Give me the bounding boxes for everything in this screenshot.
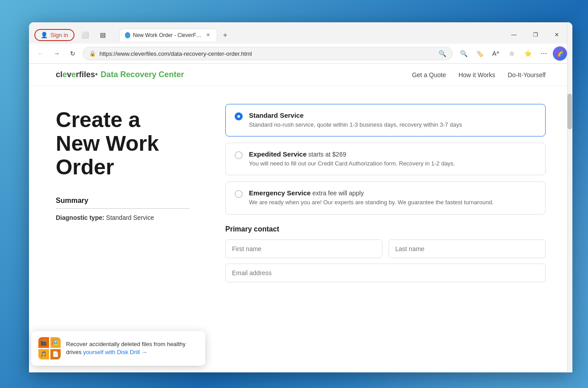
emergency-radio[interactable]: [235, 190, 243, 198]
url-text: https://www.cleverfiles.com/data-recover…: [99, 50, 435, 57]
add-favorites-button[interactable]: ⭐: [521, 46, 535, 61]
maximize-button[interactable]: ❐: [525, 28, 546, 42]
contact-heading: Primary contact: [225, 225, 546, 233]
promo-icon-doc: 📄: [50, 349, 61, 360]
tab-bar: 🌐 New Work Order - CleverFiles Da ✕ +: [114, 29, 500, 41]
expedited-radio[interactable]: [235, 151, 243, 159]
left-panel: Create a New Work Order Summary Diagnost…: [29, 86, 216, 372]
profile-icon: 👤: [41, 32, 48, 38]
forward-button[interactable]: →: [50, 47, 63, 60]
tab-group-button[interactable]: ⬜: [78, 28, 92, 42]
logo-drc: Data Recovery Center: [100, 70, 184, 79]
site-logo: cleverfiles • Data Recovery Center: [56, 70, 184, 79]
promo-icon-photo: 🖼️: [50, 337, 61, 348]
right-panel[interactable]: Standard Service Standard no-rush servic…: [216, 86, 572, 372]
standard-service-card[interactable]: Standard Service Standard no-rush servic…: [225, 104, 546, 136]
promo-app-icon: 🎬 🖼️ 🎵 📄: [38, 337, 61, 359]
close-button[interactable]: ✕: [547, 28, 567, 42]
promo-banner: 🎬 🖼️ 🎵 📄 Recover accidentally deleted fi…: [31, 331, 205, 366]
standard-service-info: Standard Service Standard no-rush servic…: [249, 111, 536, 129]
read-aloud-button[interactable]: Aᴬ: [489, 46, 503, 61]
tab-title: New Work Order - CleverFiles Da: [133, 32, 203, 38]
contact-section: Primary contact: [225, 225, 546, 282]
emergency-service-card[interactable]: Emergency Service extra fee will apply W…: [225, 182, 546, 214]
standard-radio[interactable]: [235, 112, 243, 120]
logo-cleverfiles: cleverfiles: [56, 70, 95, 79]
summary-section: Summary Diagnostic type: Standard Servic…: [56, 197, 190, 221]
diagnostic-value: Standard Service: [106, 214, 154, 221]
site-header: cleverfiles • Data Recovery Center Get a…: [29, 64, 572, 86]
radio-inner: [237, 115, 240, 118]
expedited-service-name: Expedited Service starts at $269: [249, 150, 536, 158]
promo-icon-video: 🎬: [38, 337, 49, 348]
expedited-service-card[interactable]: Expedited Service starts at $269 You wil…: [225, 143, 546, 175]
tab-favicon: 🌐: [125, 32, 130, 38]
site-nav: Get a Quote How it Works Do-It-Yourself: [412, 71, 546, 78]
summary-row: Diagnostic type: Standard Service: [56, 214, 190, 221]
tab-close-button[interactable]: ✕: [205, 32, 211, 39]
expedited-service-desc: You will need to fill out our Credit Car…: [249, 160, 536, 168]
standard-service-desc: Standard no-rush service, quote within 1…: [249, 121, 536, 129]
address-bar: ← → ↻ 🔒 https://www.cleverfiles.com/data…: [29, 44, 572, 64]
summary-heading: Summary: [56, 197, 190, 205]
first-name-input[interactable]: [225, 239, 382, 258]
main-content: Create a New Work Order Summary Diagnost…: [29, 86, 572, 372]
emergency-service-desc: We are ready when you are! Our experts a…: [249, 198, 536, 206]
summary-divider: [56, 208, 190, 209]
toolbar-icons: 🔍 🏷️ Aᴬ ☆ ⭐ ⋯ 🌈: [456, 46, 567, 61]
scrollbar-thumb[interactable]: [567, 94, 572, 129]
last-name-input[interactable]: [389, 239, 546, 258]
reload-button[interactable]: ↻: [66, 47, 79, 60]
promo-link[interactable]: yourself with Disk Drill →: [83, 349, 147, 355]
email-input[interactable]: [225, 264, 546, 282]
minimize-button[interactable]: —: [504, 28, 524, 42]
emergency-service-info: Emergency Service extra fee will apply W…: [249, 189, 536, 206]
new-tab-button[interactable]: +: [219, 29, 232, 41]
browser-window: 👤 Sign in ⬜ ▤ 🌐 New Work Order - CleverF…: [29, 22, 572, 372]
nav-how-it-works[interactable]: How it Works: [459, 71, 495, 78]
promo-text: Recover accidentally deleted files from …: [66, 340, 198, 356]
window-controls: — ❐ ✕: [504, 28, 567, 42]
title-bar: 👤 Sign in ⬜ ▤ 🌐 New Work Order - CleverF…: [29, 22, 572, 44]
service-cards: Standard Service Standard no-rush servic…: [225, 104, 546, 215]
sign-in-button[interactable]: 👤 Sign in: [34, 29, 75, 41]
search-icon: 🔍: [439, 50, 446, 57]
promo-icon-music: 🎵: [38, 349, 49, 360]
nav-get-quote[interactable]: Get a Quote: [412, 71, 446, 78]
favorites-button[interactable]: ☆: [505, 46, 519, 61]
standard-service-name: Standard Service: [249, 111, 536, 119]
name-form-row: [225, 239, 546, 258]
more-button[interactable]: ⋯: [537, 46, 551, 61]
diagnostic-label: Diagnostic type:: [56, 214, 104, 221]
back-button[interactable]: ←: [34, 47, 47, 60]
collections-button[interactable]: 🏷️: [472, 46, 487, 61]
active-tab[interactable]: 🌐 New Work Order - CleverFiles Da ✕: [119, 29, 217, 41]
url-bar[interactable]: 🔒 https://www.cleverfiles.com/data-recov…: [83, 47, 453, 60]
sidebar-toggle-button[interactable]: ▤: [96, 28, 110, 42]
logo-separator: •: [95, 70, 98, 79]
search-toolbar-button[interactable]: 🔍: [456, 46, 471, 61]
nav-diy[interactable]: Do-It-Yourself: [508, 71, 546, 78]
emergency-service-name: Emergency Service extra fee will apply: [249, 189, 536, 197]
sign-in-label: Sign in: [50, 32, 68, 38]
browser-scrollbar[interactable]: [567, 22, 572, 372]
page-title: Create a New Work Order: [56, 108, 190, 179]
page-content: cleverfiles • Data Recovery Center Get a…: [29, 64, 572, 372]
expedited-service-info: Expedited Service starts at $269 You wil…: [249, 150, 536, 168]
profile-button[interactable]: 🌈: [553, 46, 567, 61]
lock-icon: 🔒: [89, 50, 96, 57]
